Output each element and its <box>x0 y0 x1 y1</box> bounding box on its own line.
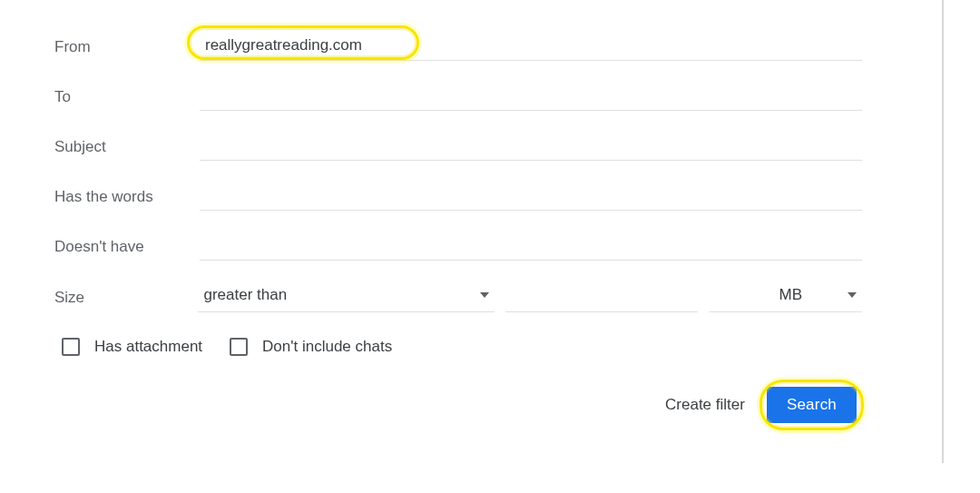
checkbox-icon <box>62 338 80 356</box>
to-input[interactable] <box>200 83 862 111</box>
row-to: To <box>54 83 862 111</box>
create-filter-link[interactable]: Create filter <box>665 396 745 414</box>
label-to: To <box>54 88 200 106</box>
size-amount-input[interactable] <box>505 283 698 312</box>
no-chats-label: Don't include chats <box>262 338 392 356</box>
row-from: From <box>54 33 862 61</box>
chevron-down-icon <box>480 292 489 298</box>
right-divider <box>942 0 944 463</box>
has-attachment-checkbox-item[interactable]: Has attachment <box>62 338 202 356</box>
size-unit-select[interactable]: MB <box>709 282 862 312</box>
has-attachment-label: Has attachment <box>94 338 202 356</box>
label-size: Size <box>54 289 198 307</box>
checkbox-row: Has attachment Don't include chats <box>54 338 862 356</box>
from-input[interactable] <box>200 33 862 61</box>
size-unit-value: MB <box>779 286 803 304</box>
has-words-input[interactable] <box>200 182 862 211</box>
size-operator-value: greater than <box>203 286 287 304</box>
search-filter-form: From To Subject Has the words Doesn't ha… <box>0 0 907 423</box>
label-doesnt-have: Doesn't have <box>54 238 200 256</box>
doesnt-have-input[interactable] <box>200 232 862 261</box>
row-has-words: Has the words <box>54 182 862 211</box>
size-operator-select[interactable]: greater than <box>198 282 495 312</box>
label-from: From <box>54 38 200 56</box>
actions-row: Create filter Search <box>54 387 862 423</box>
search-button-wrap: Search <box>767 387 857 423</box>
checkbox-icon <box>230 338 248 356</box>
row-size: Size greater than MB <box>54 282 862 312</box>
subject-input[interactable] <box>200 133 862 161</box>
label-has-words: Has the words <box>54 188 200 206</box>
row-doesnt-have: Doesn't have <box>54 232 862 261</box>
no-chats-checkbox-item[interactable]: Don't include chats <box>230 338 392 356</box>
search-button[interactable]: Search <box>767 387 857 423</box>
label-subject: Subject <box>54 138 200 156</box>
row-subject: Subject <box>54 133 862 161</box>
from-input-wrap <box>200 33 862 61</box>
chevron-down-icon <box>848 292 857 298</box>
